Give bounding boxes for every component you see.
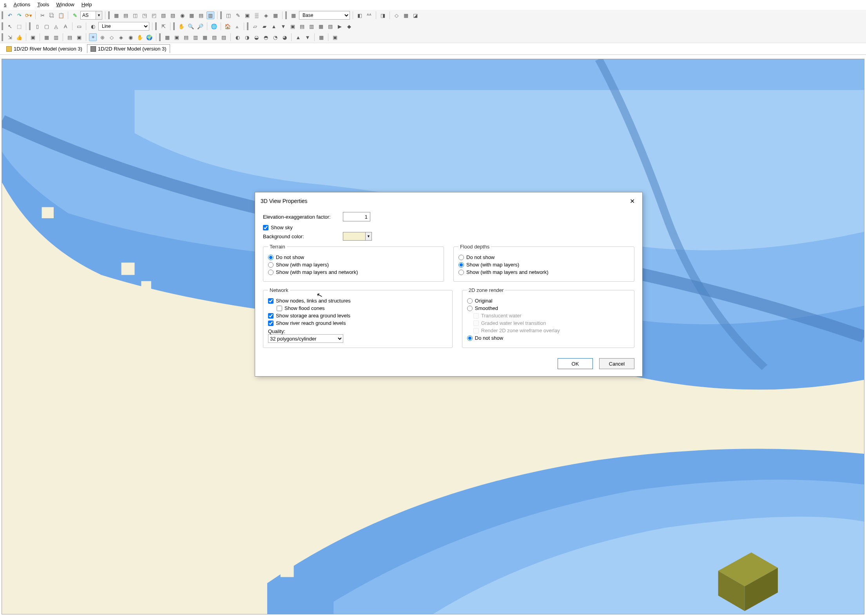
tool-icon[interactable]: ▧ <box>326 22 334 30</box>
zoom-in-icon[interactable]: 🔍 <box>187 22 195 30</box>
tab-model-1[interactable]: 1D/2D River Model (version 3) <box>3 45 85 53</box>
text-icon[interactable]: A <box>62 22 69 30</box>
hand-icon[interactable]: ✋ <box>178 22 185 30</box>
menu-tools[interactable]: Tools <box>37 2 49 7</box>
tool-icon[interactable]: ▣ <box>75 33 83 41</box>
tool-icon[interactable]: ▦ <box>188 11 196 19</box>
tool-icon[interactable]: ◪ <box>411 11 419 19</box>
menu-actions[interactable]: Actions <box>14 2 31 7</box>
tool-icon[interactable]: ▦ <box>317 33 325 41</box>
show-storage-checkbox[interactable] <box>268 313 274 319</box>
tool-icon[interactable]: ◒ <box>252 33 260 41</box>
as-input[interactable] <box>80 11 96 20</box>
tool-icon[interactable]: ▤ <box>197 11 205 19</box>
tool-icon[interactable]: ▦ <box>201 33 209 41</box>
tool-icon[interactable]: ▣ <box>173 33 181 41</box>
elevation-input[interactable] <box>343 212 370 221</box>
tool-icon[interactable]: ᴬᴬ <box>365 11 373 19</box>
tool-icon[interactable]: ⇲ <box>6 33 14 41</box>
tool-icon[interactable]: ◕ <box>281 33 288 41</box>
tool-icon[interactable]: ◫ <box>225 11 232 19</box>
tool-icon[interactable]: ▼ <box>304 33 312 41</box>
flood-network-radio[interactable] <box>458 270 464 275</box>
tool-icon[interactable]: ▤ <box>298 22 306 30</box>
tool-icon[interactable]: ▲ <box>270 22 278 30</box>
tool-icon[interactable]: ▼ <box>279 22 287 30</box>
pointer-icon[interactable]: ↖ <box>6 22 14 30</box>
tool-icon[interactable]: ▨ <box>220 33 228 41</box>
dropdown-icon[interactable]: ▼ <box>96 11 102 20</box>
flood-donotshow-radio[interactable] <box>458 255 464 260</box>
tool-icon[interactable]: ◈ <box>262 11 270 19</box>
tool-icon[interactable]: ▯ <box>33 22 41 30</box>
menu-item[interactable]: s <box>4 2 7 7</box>
zone-original-radio[interactable] <box>467 298 473 304</box>
tool-icon[interactable]: ▰ <box>261 22 268 30</box>
tool-icon[interactable]: ◳ <box>141 11 149 19</box>
tool-icon[interactable]: ▦ <box>402 11 410 19</box>
refresh-icon[interactable]: ⟳▾ <box>25 11 33 19</box>
tool-icon[interactable]: 🏠 <box>224 22 232 30</box>
tool-icon[interactable]: ◓ <box>262 33 270 41</box>
zoom-out-icon[interactable]: 🔎 <box>196 22 204 30</box>
tool-icon[interactable]: ▢ <box>43 22 51 30</box>
tool-icon[interactable]: ▦ <box>272 11 279 19</box>
flood-maplayers-radio[interactable] <box>458 262 464 268</box>
cancel-button[interactable]: Cancel <box>599 358 634 369</box>
earth-icon[interactable]: 🌍 <box>145 33 153 41</box>
menu-help[interactable]: Help <box>82 2 92 7</box>
zone-donotshow-radio[interactable] <box>467 335 473 341</box>
tool-icon[interactable]: ▨ <box>169 11 177 19</box>
tool-icon[interactable]: ◈ <box>117 33 125 41</box>
tool-icon[interactable]: ▧ <box>159 11 167 19</box>
paste-icon[interactable]: 📋 <box>57 11 65 19</box>
tool-icon[interactable]: ▣ <box>243 11 251 19</box>
tool-icon[interactable]: ⟁ <box>233 22 241 30</box>
tool-icon[interactable]: ◰ <box>150 11 158 19</box>
terrain-maplayers-radio[interactable] <box>268 262 274 268</box>
cut-icon[interactable]: ✂ <box>38 11 46 19</box>
tool-icon[interactable]: ▣ <box>289 22 297 30</box>
show-cones-checkbox[interactable] <box>277 306 282 311</box>
globe-icon[interactable]: 🌐 <box>210 22 218 30</box>
tool-icon[interactable]: ▒ <box>253 11 261 19</box>
show-river-checkbox[interactable] <box>268 321 274 326</box>
terrain-network-radio[interactable] <box>268 270 274 275</box>
tool-icon[interactable]: ▧ <box>210 33 218 41</box>
tab-model-2[interactable]: 1D/2D River Model (version 3) <box>87 44 170 53</box>
tool-icon[interactable]: ▦ <box>112 11 120 19</box>
tool-icon[interactable]: ◔ <box>271 33 279 41</box>
terrain-donotshow-radio[interactable] <box>268 255 274 260</box>
tool-icon[interactable]: ▤ <box>182 33 190 41</box>
tool-icon[interactable]: ▦ <box>43 33 51 41</box>
tool-icon[interactable]: ▥ <box>52 33 60 41</box>
tool-icon[interactable]: ◨ <box>379 11 387 19</box>
tool-icon[interactable]: ▥ <box>207 11 214 19</box>
tool-icon[interactable]: ◆ <box>345 22 353 30</box>
hand-icon[interactable]: ✋ <box>136 33 144 41</box>
as-combo[interactable]: ▼ <box>80 11 102 20</box>
thumb-icon[interactable]: 👍 <box>15 33 23 41</box>
tool-icon[interactable]: ▶ <box>336 22 344 30</box>
tool-icon[interactable]: ◇ <box>108 33 116 41</box>
zoom-plus-icon[interactable]: ⊕ <box>98 33 106 41</box>
tool-icon[interactable]: ▥ <box>308 22 315 30</box>
quality-select[interactable]: 32 polygons/cylinder <box>268 334 343 343</box>
dropdown-icon[interactable]: ▼ <box>365 232 371 240</box>
tool-icon[interactable]: ▦ <box>317 22 325 30</box>
menu-window[interactable]: Window <box>56 2 74 7</box>
target-icon[interactable]: ⌖ <box>89 33 97 41</box>
tool-icon[interactable]: ▥ <box>192 33 199 41</box>
tool-icon[interactable]: ◉ <box>178 11 186 19</box>
globe-icon[interactable]: ◐ <box>89 22 97 30</box>
tool-icon[interactable]: ▤ <box>66 33 74 41</box>
ok-button[interactable]: OK <box>558 358 593 369</box>
tool-icon[interactable]: ▱ <box>251 22 259 30</box>
copy-icon[interactable]: ⿻ <box>48 11 56 19</box>
tool-icon[interactable]: ⇱ <box>159 22 167 30</box>
tool-icon[interactable]: ▣ <box>331 33 339 41</box>
show-nodes-checkbox[interactable] <box>268 298 274 304</box>
tool-icon[interactable]: ◫ <box>131 11 139 19</box>
tool-icon[interactable]: ▭ <box>75 22 83 30</box>
tool-icon[interactable]: ◑ <box>243 33 251 41</box>
